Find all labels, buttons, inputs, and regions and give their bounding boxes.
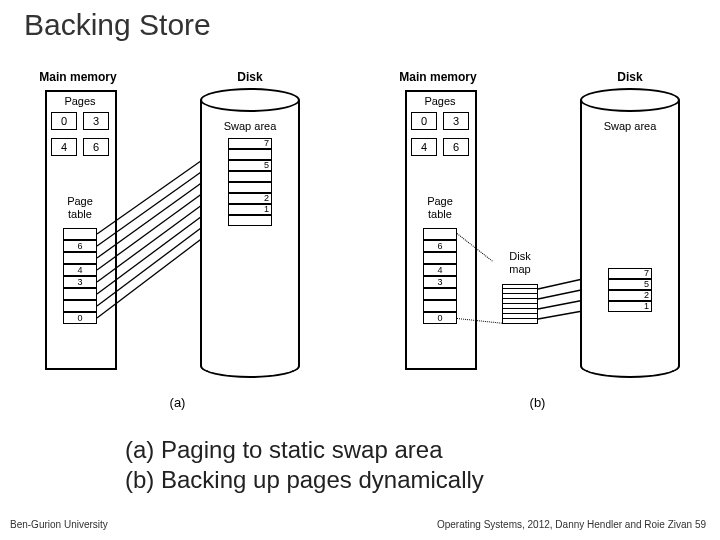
swap-row [228, 182, 272, 193]
footer-right: Operating Systems, 2012, Danny Hendler a… [437, 519, 706, 530]
caption-a: (a) Paging to static swap area [125, 435, 484, 465]
footer-course: Operating Systems, 2012, Danny Hendler a… [437, 519, 692, 530]
page-number: 59 [695, 519, 706, 530]
disk-cylinder: Swap area 7 5 2 1 [200, 88, 300, 378]
swap-row: 1 [228, 204, 272, 215]
swap-row: 2 [228, 193, 272, 204]
figure-label-b: (b) [530, 395, 546, 410]
disk-cylinder: Swap area 7 5 2 1 [580, 88, 680, 378]
swap-row: 1 [608, 301, 652, 312]
caption: (a) Paging to static swap area (b) Backi… [125, 435, 484, 495]
figure-label-a: (a) [170, 395, 186, 410]
swap-row: 5 [228, 160, 272, 171]
slide-title: Backing Store [24, 8, 211, 42]
swap-row: 2 [608, 290, 652, 301]
swap-row [228, 215, 272, 226]
swap-area-label: Swap area [590, 120, 670, 132]
panel-a: Main memory Pages 0 3 4 6 Page table 6 4… [10, 70, 345, 410]
footer-left: Ben-Gurion University [10, 519, 108, 530]
swap-row: 5 [608, 279, 652, 290]
swap-row [228, 171, 272, 182]
caption-b: (b) Backing up pages dynamically [125, 465, 484, 495]
swap-row: 7 [608, 268, 652, 279]
diagram-area: Main memory Pages 0 3 4 6 Page table 6 4… [10, 70, 710, 420]
swap-row [228, 149, 272, 160]
swap-row: 7 [228, 138, 272, 149]
swap-area-label: Swap area [210, 120, 290, 132]
panel-b: Main memory Pages 0 3 4 6 Page table 6 4… [370, 70, 705, 410]
